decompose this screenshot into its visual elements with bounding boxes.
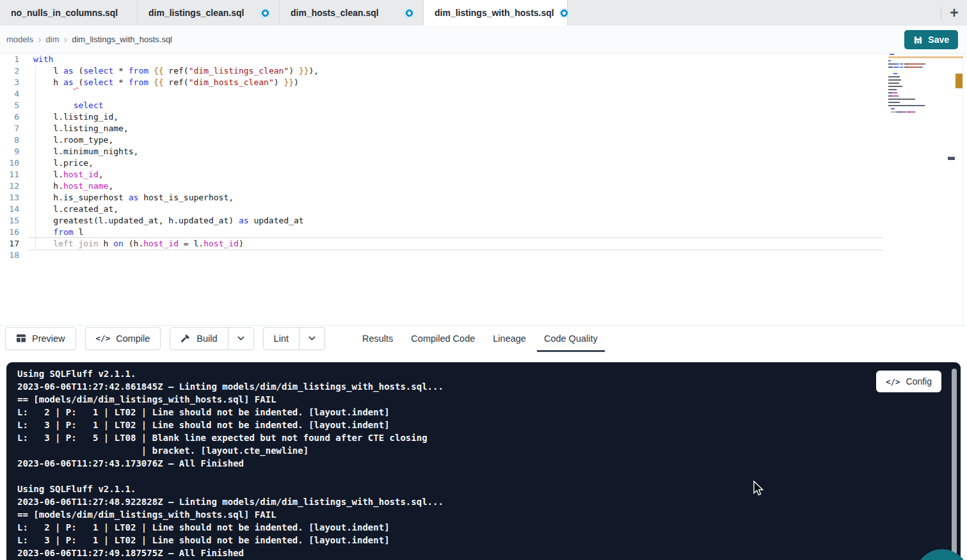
config-button[interactable]: </> Config	[876, 371, 941, 392]
code-text[interactable]: l.listing_name,	[33, 123, 129, 134]
lint-button[interactable]: Lint	[263, 327, 300, 350]
preview-button-label: Preview	[32, 333, 65, 344]
line-number: 6	[0, 111, 19, 123]
editor-line: 7 l.listing_name,	[0, 123, 967, 134]
hammer-icon	[180, 333, 191, 344]
line-number: 8	[0, 134, 19, 146]
tab-label: dim_listings_with_hosts.sql	[435, 8, 554, 18]
panel-tab-code-quality[interactable]: Code Quality	[535, 326, 607, 351]
editor-line: 17 left join h on (h.host_id = l.host_id…	[0, 238, 967, 250]
panel-tabs: ResultsCompiled CodeLineageCode Quality	[353, 326, 607, 351]
save-button[interactable]: Save	[904, 30, 958, 49]
build-button[interactable]: Build	[170, 327, 228, 350]
tab-bar-tabs: no_nulls_in_columns.sqldim_listings_clea…	[0, 0, 568, 26]
minimap-marker-blue	[890, 54, 894, 55]
editor-line: 15 greatest(l.updated_at, h.updated_at) …	[0, 215, 967, 227]
line-number: 1	[0, 54, 19, 65]
minimap-marker-tan	[888, 56, 963, 58]
line-number: 2	[0, 65, 19, 77]
preview-grid-icon	[16, 333, 26, 343]
save-icon	[913, 35, 923, 45]
code-text[interactable]: l as (select * from {{ ref("dim_listings…	[33, 65, 319, 77]
code-text[interactable]: greatest(l.updated_at, h.updated_at) as …	[33, 215, 304, 227]
code-text[interactable]: h as (select * from {{ ref("dim_hosts_cl…	[33, 77, 299, 88]
breadcrumb-item[interactable]: dim_listings_with_hosts.sql	[72, 35, 172, 44]
line-number: 4	[0, 88, 19, 100]
build-button-group: Build	[170, 327, 253, 350]
line-number: 11	[0, 169, 19, 180]
unsaved-indicator-dot	[404, 8, 414, 18]
terminal-line: 2023-06-06T11:27:42.861845Z — Linting mo…	[17, 380, 961, 393]
lint-output-terminal: Using SQLFluff v2.1.1.2023-06-06T11:27:4…	[6, 362, 961, 560]
terminal-line: | bracket. [layout.cte_newline]	[17, 444, 961, 457]
chevron-down-icon	[237, 334, 245, 342]
lint-button-group: Lint	[263, 327, 325, 350]
terminal-line: 2023-06-06T11:27:43.173076Z — All Finish…	[17, 457, 961, 470]
code-text[interactable]: h.host_name,	[33, 180, 113, 192]
panel-tab-compiled-code[interactable]: Compiled Code	[402, 326, 484, 351]
code-text[interactable]: l.host_id,	[33, 169, 104, 180]
editor-tab-dim_listings_with_hosts.sql[interactable]: dim_listings_with_hosts.sql	[424, 0, 568, 26]
editor-rows: 1with2 l as (select * from {{ ref("dim_l…	[0, 54, 967, 261]
code-text[interactable]: with	[33, 54, 53, 65]
line-number: 9	[0, 146, 19, 157]
editor-tab-dim_hosts_clean.sql[interactable]: dim_hosts_clean.sql	[280, 0, 424, 26]
editor-line: 2 l as (select * from {{ ref("dim_listin…	[0, 65, 967, 77]
build-dropdown-button[interactable]	[228, 327, 254, 350]
action-toolbar: Preview </> Compile Build Lint ResultsCo…	[0, 325, 967, 351]
tab-label: dim_listings_clean.sql	[148, 8, 244, 18]
line-number: 12	[0, 180, 19, 192]
breadcrumb-separator-icon: ›	[64, 34, 68, 45]
editor-tab-bar: no_nulls_in_columns.sqldim_listings_clea…	[0, 0, 967, 26]
editor-line: 16 from l	[0, 227, 967, 238]
code-text[interactable]: l.room_type,	[33, 134, 113, 146]
editor-line: 10 l.price,	[0, 157, 967, 169]
code-text[interactable]: select	[33, 100, 104, 111]
terminal-line: == [models/dim/dim_listings_with_hosts.s…	[17, 393, 961, 406]
new-tab-button[interactable]: +	[941, 0, 967, 26]
terminal-line: L: 2 | P: 1 | LT02 | Line should not be …	[17, 521, 961, 534]
line-number: 18	[0, 250, 19, 261]
code-text[interactable]: l.price,	[33, 157, 93, 169]
editor-line: 18	[0, 250, 967, 261]
lint-dropdown-button[interactable]	[300, 327, 325, 350]
line-number: 14	[0, 204, 19, 215]
panel-tab-results[interactable]: Results	[353, 326, 402, 351]
terminal-line	[17, 470, 961, 483]
terminal-line: L: 2 | P: 1 | LT02 | Line should not be …	[17, 406, 961, 419]
breadcrumb-item[interactable]: dim	[46, 35, 60, 44]
code-text[interactable]: l.minimum_nights,	[33, 146, 138, 157]
breadcrumb-item[interactable]: models	[6, 35, 33, 44]
editor-tab-no_nulls_in_columns.sql[interactable]: no_nulls_in_columns.sql	[0, 0, 138, 26]
editor-line: 1with	[0, 54, 967, 65]
code-text[interactable]: left join h on (h.host_id = l.host_id)	[33, 238, 244, 250]
editor-line: 11 l.host_id,	[0, 169, 967, 180]
code-text[interactable]: from l	[33, 227, 83, 238]
tab-label: no_nulls_in_columns.sql	[11, 8, 118, 18]
compile-button-label: Compile	[116, 333, 150, 344]
line-number: 5	[0, 100, 19, 111]
line-number: 3	[0, 77, 19, 88]
terminal-line: == [models/dim/dim_listings_with_hosts.s…	[17, 508, 961, 521]
preview-button[interactable]: Preview	[5, 327, 76, 350]
editor-line: 12 h.host_name,	[0, 180, 967, 192]
breadcrumb: models›dim›dim_listings_with_hosts.sql	[6, 34, 172, 45]
code-text[interactable]: l.created_at,	[33, 204, 118, 215]
line-number: 10	[0, 157, 19, 169]
code-text[interactable]: l.listing_id,	[33, 111, 118, 123]
editor-line: 8 l.room_type,	[0, 134, 967, 146]
code-text[interactable]: h.is_superhost as host_is_superhost,	[33, 192, 234, 204]
minimap[interactable]	[888, 60, 955, 118]
compile-button[interactable]: </> Compile	[85, 327, 161, 350]
editor-tab-dim_listings_clean.sql[interactable]: dim_listings_clean.sql	[138, 0, 280, 26]
code-editor[interactable]: 1with2 l as (select * from {{ ref("dim_l…	[0, 54, 967, 325]
unsaved-indicator-dot	[559, 8, 569, 18]
terminal-scrollbar[interactable]	[952, 369, 957, 560]
editor-line: 9 l.minimum_nights,	[0, 146, 967, 157]
save-button-label: Save	[928, 35, 949, 45]
overview-ruler-warning-marker	[955, 74, 963, 88]
panel-tab-lineage[interactable]: Lineage	[484, 326, 535, 351]
tab-label: dim_hosts_clean.sql	[291, 8, 379, 18]
terminal-line: L: 3 | P: 1 | LT02 | Line should not be …	[17, 534, 961, 547]
terminal-output: Using SQLFluff v2.1.1.2023-06-06T11:27:4…	[6, 362, 961, 559]
